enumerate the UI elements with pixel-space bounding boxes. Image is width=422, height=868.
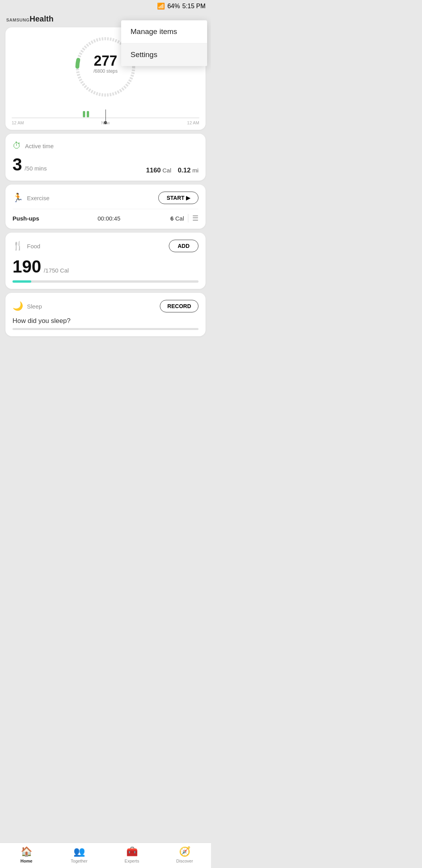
sleep-header: 🌙 Sleep (13, 301, 42, 311)
exercise-title: Exercise (27, 195, 50, 201)
dropdown-manage-items[interactable]: Manage items (121, 20, 207, 43)
timeline-label-left: 12 AM (12, 120, 24, 125)
food-progress-fill (13, 280, 31, 283)
wifi-icon: 📶 (157, 2, 165, 10)
active-time-card: ⏱ Active time 3 /50 mins 1160 Cal 0.12 m… (5, 134, 206, 181)
sleep-progress-bar (13, 328, 198, 330)
food-icon: 🍴 (13, 241, 23, 251)
dropdown-settings[interactable]: Settings (121, 43, 207, 66)
food-goal: /1750 Cal (44, 267, 69, 274)
exercise-name: Push-ups (13, 215, 48, 222)
active-time-header: ⏱ Active time (13, 141, 198, 151)
food-progress-bar (13, 280, 198, 283)
food-value-row: 190 /1750 Cal (13, 257, 198, 276)
svg-text:/6800 steps: /6800 steps (93, 68, 118, 74)
main-content: 277 /6800 steps 12 AM Now 12 AM ⏱ (0, 27, 211, 371)
app-logo: SAMSUNG Health (6, 14, 54, 23)
food-card: 🍴 Food ADD 190 /1750 Cal (5, 233, 206, 289)
svg-text:277: 277 (94, 53, 117, 69)
sleep-icon: 🌙 (13, 301, 23, 311)
food-title: Food (27, 243, 40, 249)
exercise-icon: 🏃 (13, 193, 23, 203)
exercise-cal: 6 Cal (170, 215, 184, 222)
battery-text: 64% (167, 3, 180, 10)
exercise-header-row: 🏃 Exercise START ▶ (13, 192, 198, 204)
active-time-icon: ⏱ (13, 141, 21, 151)
timeline-label-right: 12 AM (187, 120, 199, 125)
timeline-label-center: Now (101, 120, 110, 125)
timeline-labels: 12 AM Now 12 AM (12, 120, 199, 125)
active-time-cal-value: 1160 (146, 167, 161, 174)
active-time-cal-unit: Cal (163, 167, 172, 174)
exercise-list-icon[interactable]: ☰ (188, 214, 198, 222)
food-header: 🍴 Food (13, 241, 40, 251)
exercise-detail-row: Push-ups 00:00:45 6 Cal ☰ (13, 209, 198, 222)
food-header-row: 🍴 Food ADD (13, 240, 198, 252)
active-time-title: Active time (25, 143, 54, 149)
sleep-question: How did you sleep? (13, 317, 198, 325)
active-time-stats: 1160 Cal 0.12 mi (146, 167, 198, 174)
active-time-row: 3 /50 mins 1160 Cal 0.12 mi (13, 155, 198, 174)
exercise-start-button[interactable]: START ▶ (158, 192, 198, 204)
food-current-value: 190 (13, 257, 41, 276)
status-bar: 📶 64% 5:15 PM (0, 0, 211, 11)
logo-health: Health (30, 14, 54, 23)
exercise-card: 🏃 Exercise START ▶ Push-ups 00:00:45 6 C… (5, 185, 206, 229)
food-add-button[interactable]: ADD (169, 240, 198, 252)
sleep-header-row: 🌙 Sleep RECORD (13, 300, 198, 312)
logo-samsung: SAMSUNG (6, 18, 30, 22)
active-time-value: 3 (13, 155, 22, 174)
dropdown-menu: Manage items Settings (121, 20, 207, 66)
timeline-activity (83, 111, 89, 117)
exercise-time: 00:00:45 (48, 215, 170, 222)
exercise-header: 🏃 Exercise (13, 193, 50, 203)
time-text: 5:15 PM (182, 3, 206, 10)
sleep-record-button[interactable]: RECORD (160, 300, 198, 312)
active-time-value-group: 3 /50 mins (13, 155, 47, 174)
timeline-now-line (106, 109, 106, 121)
active-time-unit: /50 mins (25, 165, 47, 172)
exercise-cal-unit: Cal (175, 215, 184, 222)
steps-timeline: 12 AM Now 12 AM (12, 106, 199, 125)
active-time-dist-value: 0.12 (178, 167, 191, 174)
food-value-group: 190 /1750 Cal (13, 257, 69, 276)
active-time-dist-unit: mi (192, 167, 198, 174)
exercise-cal-value: 6 (170, 215, 173, 222)
activity-bar-1 (83, 111, 85, 117)
activity-bar-2 (87, 111, 89, 117)
sleep-card: 🌙 Sleep RECORD How did you sleep? (5, 293, 206, 336)
sleep-title: Sleep (27, 303, 42, 310)
